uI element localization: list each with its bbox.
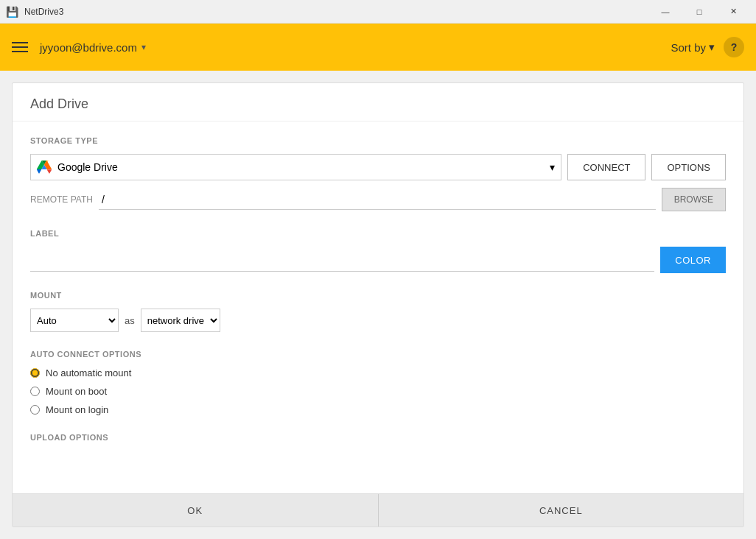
connect-button[interactable]: CONNECT	[567, 154, 645, 180]
network-drive-select[interactable]: network drive local drive	[141, 309, 220, 332]
toolbar-left: jyyoon@bdrive.com ▾	[12, 41, 146, 54]
auto-connect-option-boot[interactable]: Mount on boot	[30, 386, 726, 397]
google-drive-icon	[37, 160, 52, 175]
toolbar-right: Sort by ▾ ?	[671, 37, 744, 57]
chevron-down-icon: ▾	[141, 42, 146, 52]
maximize-button[interactable]: □	[682, 0, 716, 24]
toolbar: jyyoon@bdrive.com ▾ Sort by ▾ ?	[0, 24, 756, 71]
titlebar-left: 💾 NetDrive3	[6, 6, 63, 18]
sort-chevron-icon: ▾	[709, 40, 715, 54]
app-title: NetDrive3	[24, 7, 63, 17]
close-button[interactable]: ✕	[716, 0, 750, 24]
mount-row: Auto Drive Letter Folder as network driv…	[30, 309, 726, 332]
upload-options-label: UPLOAD OPTIONS	[30, 433, 726, 442]
remote-path-row: REMOTE PATH BROWSE	[30, 188, 726, 211]
titlebar: 💾 NetDrive3 — □ ✕	[0, 0, 756, 24]
ok-button[interactable]: OK	[13, 494, 379, 526]
minimize-button[interactable]: —	[648, 0, 682, 24]
main-area: Add Drive STORAGE TYPE	[0, 71, 756, 539]
dialog-footer: OK CANCEL	[13, 493, 743, 526]
radio-none[interactable]	[30, 368, 40, 378]
storage-type-select[interactable]: Google Drive ▾	[30, 154, 561, 180]
label-section: LABEL COLOR	[30, 229, 726, 273]
sort-by-button[interactable]: Sort by ▾	[671, 40, 715, 54]
user-email: jyyoon@bdrive.com	[40, 41, 137, 54]
radio-boot-label: Mount on boot	[46, 386, 107, 397]
mount-section-title: MOUNT	[30, 291, 726, 300]
radio-login[interactable]	[30, 405, 40, 415]
options-button[interactable]: OPTIONS	[651, 154, 726, 180]
storage-select-inner: Google Drive	[37, 160, 118, 175]
mount-type-select[interactable]: Auto Drive Letter Folder	[30, 309, 119, 332]
menu-button[interactable]	[12, 42, 28, 52]
auto-connect-option-none[interactable]: No automatic mount	[30, 367, 726, 378]
color-button[interactable]: COLOR	[660, 247, 726, 273]
remote-path-label: REMOTE PATH	[30, 194, 93, 205]
mount-section: MOUNT Auto Drive Letter Folder as networ…	[30, 291, 726, 332]
radio-none-label: No automatic mount	[46, 367, 131, 378]
label-row: COLOR	[30, 247, 726, 273]
radio-group: No automatic mount Mount on boot Mount o…	[30, 367, 726, 415]
user-info[interactable]: jyyoon@bdrive.com ▾	[40, 41, 146, 54]
hamburger-line	[12, 42, 28, 43]
hamburger-line	[12, 51, 28, 52]
label-input[interactable]	[30, 248, 654, 272]
dialog-title: Add Drive	[13, 83, 743, 121]
storage-row: Google Drive ▾ CONNECT OPTIONS	[30, 154, 726, 180]
hamburger-line	[12, 46, 28, 48]
cancel-button[interactable]: CANCEL	[379, 494, 744, 526]
storage-dropdown-arrow: ▾	[550, 161, 555, 173]
sort-by-label: Sort by	[671, 41, 706, 54]
browse-button[interactable]: BROWSE	[662, 188, 726, 211]
app-icon: 💾	[6, 6, 18, 18]
remote-path-input[interactable]	[99, 189, 656, 210]
label-section-title: LABEL	[30, 229, 726, 238]
auto-connect-option-login[interactable]: Mount on login	[30, 404, 726, 415]
add-drive-dialog: Add Drive STORAGE TYPE	[12, 82, 744, 527]
titlebar-controls: — □ ✕	[648, 0, 750, 24]
auto-connect-label: AUTO CONNECT OPTIONS	[30, 350, 726, 359]
storage-type-section: STORAGE TYPE	[30, 136, 726, 211]
dialog-body: STORAGE TYPE	[13, 121, 743, 493]
radio-boot[interactable]	[30, 387, 40, 396]
storage-type-label: STORAGE TYPE	[30, 136, 726, 145]
radio-login-label: Mount on login	[46, 404, 108, 415]
upload-options-section: UPLOAD OPTIONS	[30, 433, 726, 442]
help-button[interactable]: ?	[724, 37, 744, 57]
as-label: as	[125, 315, 135, 326]
storage-type-value: Google Drive	[57, 161, 118, 173]
auto-connect-section: AUTO CONNECT OPTIONS No automatic mount …	[30, 350, 726, 415]
